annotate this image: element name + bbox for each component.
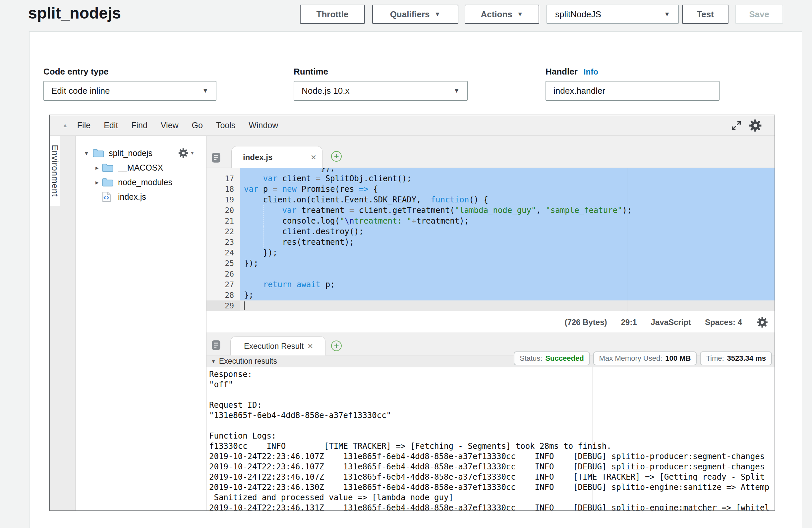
tree-item-__MACOSX[interactable]: ▸__MACOSX: [75, 160, 206, 175]
collapse-icon[interactable]: ▾: [85, 149, 88, 157]
expand-icon[interactable]: ▸: [96, 164, 99, 172]
status-gear-icon[interactable]: [756, 316, 769, 328]
lambda-console-page: split_nodejs Throttle Qualifiers ▼ Actio…: [0, 0, 812, 528]
caret-down-icon: ▼: [435, 11, 441, 18]
collapse-pane-icon[interactable]: ▲: [62, 122, 68, 129]
save-button[interactable]: Save: [735, 5, 783, 24]
code-line-17[interactable]: 17 var client = SplitObj.client();: [206, 173, 774, 184]
tree-settings-gear-icon[interactable]: ▾: [178, 147, 193, 159]
menu-edit[interactable]: Edit: [104, 120, 118, 130]
fullscreen-icon[interactable]: [731, 120, 742, 131]
line-number: 28: [206, 290, 240, 300]
new-tab-icon[interactable]: +: [331, 340, 342, 351]
menu-bar-items: FileEditFindViewGoToolsWindow: [77, 120, 278, 130]
cursor-position[interactable]: 29:1: [621, 318, 637, 327]
code-line-28[interactable]: 28};: [206, 290, 774, 300]
tab-index-js-label: index.js: [243, 153, 273, 162]
handler-info-link[interactable]: Info: [584, 67, 598, 76]
execution-results-header: ▼ Execution results Status:SucceededMax …: [206, 355, 774, 367]
status-badge: Time:3523.34 ms: [700, 351, 772, 365]
code-line-18[interactable]: 18var p = new Promise(res => {: [206, 184, 774, 194]
runtime-value: Node.js 10.x: [302, 86, 350, 96]
top-action-bar: Throttle Qualifiers ▼ Actions ▼ splitNod…: [0, 5, 812, 24]
environment-tab[interactable]: Environment: [50, 136, 60, 206]
code-line-26[interactable]: 26: [206, 269, 774, 279]
menu-go[interactable]: Go: [192, 120, 203, 130]
code-line-24[interactable]: 24 });: [206, 247, 774, 258]
editor-body: Environment ▾split_nodejs▾▸__MACOSX▸node…: [50, 136, 774, 511]
editor-tab-bar: index.js × +: [206, 136, 774, 168]
code-line-27[interactable]: 27 return await p;: [206, 279, 774, 290]
function-code-panel: Code entry type Edit code inline ▼ Runti…: [29, 31, 802, 528]
caret-down-icon: ▼: [453, 87, 460, 94]
expand-icon[interactable]: ▸: [96, 178, 99, 186]
caret-down-icon: ▼: [517, 11, 523, 18]
menu-tools[interactable]: Tools: [216, 120, 235, 130]
menu-view[interactable]: View: [161, 120, 179, 130]
code-line-22[interactable]: 22 client.destroy();: [206, 226, 774, 237]
qualifiers-button[interactable]: Qualifiers ▼: [372, 5, 458, 24]
alias-select[interactable]: splitNodeJS ▼: [547, 5, 679, 24]
code-line-23[interactable]: 23 res(treatment);: [206, 237, 774, 247]
close-tab-icon[interactable]: ×: [307, 341, 313, 351]
throttle-button[interactable]: Throttle: [300, 5, 365, 24]
tab-index-js[interactable]: index.js ×: [231, 146, 322, 168]
editor-main: index.js × + });17 var client = SplitObj…: [206, 136, 774, 511]
tab-list-icon[interactable]: [211, 152, 221, 163]
menu-file[interactable]: File: [77, 120, 90, 130]
test-button[interactable]: Test: [682, 5, 728, 24]
caret-down-icon: ▼: [202, 87, 208, 94]
tree-item-node_modules[interactable]: ▸node_modules: [75, 175, 206, 189]
file-size: (726 Bytes): [564, 318, 607, 327]
line-number: 22: [206, 226, 240, 237]
status-badge: Status:Succeeded: [514, 351, 590, 365]
collapse-results-icon[interactable]: ▼: [211, 359, 216, 364]
folder-icon: [93, 149, 104, 158]
editor-menu-bar: ▲ FileEditFindViewGoToolsWindow: [50, 115, 774, 136]
save-button-label: Save: [749, 9, 769, 19]
line-number: 24: [206, 247, 240, 258]
language-mode[interactable]: JavaScript: [651, 318, 691, 327]
indent-setting[interactable]: Spaces: 4: [705, 318, 742, 327]
environment-sidebar: Environment: [50, 136, 75, 511]
tab-execution-result[interactable]: Execution Result ×: [230, 336, 325, 355]
handler-label: Handler Info: [546, 67, 598, 77]
js-file-icon: [102, 191, 111, 202]
test-button-label: Test: [697, 9, 714, 19]
menu-window[interactable]: Window: [249, 120, 278, 130]
code-line-29[interactable]: 29: [206, 300, 774, 311]
line-number: 19: [206, 194, 240, 205]
tree-item-label: node_modules: [118, 178, 172, 187]
text-cursor: [244, 302, 245, 310]
menu-find[interactable]: Find: [131, 120, 147, 130]
code-line-partial[interactable]: });: [206, 168, 774, 173]
tree-item-label: split_nodejs: [109, 148, 153, 158]
code-line-21[interactable]: 21 console.log("\ntreatment: "+treatment…: [206, 216, 774, 226]
code-line-20[interactable]: 20 var treatment = client.getTreatment("…: [206, 205, 774, 216]
editor-status-bar: (726 Bytes) 29:1 JavaScript Spaces: 4: [206, 312, 774, 333]
folder-icon: [102, 163, 113, 172]
handler-input[interactable]: [553, 86, 719, 96]
runtime-label: Runtime: [294, 67, 328, 77]
line-number: 17: [206, 173, 240, 184]
tree-item-label: index.js: [118, 192, 146, 202]
line-number: 25: [206, 258, 240, 269]
tab-list-icon[interactable]: [211, 340, 221, 350]
execution-results-title: Execution results: [219, 357, 277, 366]
throttle-button-label: Throttle: [317, 9, 349, 19]
close-tab-icon[interactable]: ×: [311, 152, 316, 163]
code-line-19[interactable]: 19 client.on(client.Event.SDK_READY, fun…: [206, 194, 774, 205]
runtime-select[interactable]: Node.js 10.x ▼: [294, 81, 468, 101]
code-area[interactable]: });17 var client = SplitObj.client();18v…: [206, 168, 774, 312]
tree-item-split_nodejs[interactable]: ▾split_nodejs▾: [75, 146, 206, 160]
editor-settings-gear-icon[interactable]: [748, 118, 763, 133]
code-line-25[interactable]: 25});: [206, 258, 774, 269]
execution-log[interactable]: Response: "off" Request ID: "131e865f-6e…: [206, 367, 774, 511]
actions-button[interactable]: Actions ▼: [465, 5, 539, 24]
tree-item-index.js[interactable]: index.js: [75, 189, 206, 204]
line-number: 23: [206, 237, 240, 247]
line-number: 27: [206, 279, 240, 290]
new-tab-icon[interactable]: +: [331, 151, 342, 162]
code-entry-type-select[interactable]: Edit code inline ▼: [43, 81, 216, 101]
line-number: 21: [206, 216, 240, 226]
